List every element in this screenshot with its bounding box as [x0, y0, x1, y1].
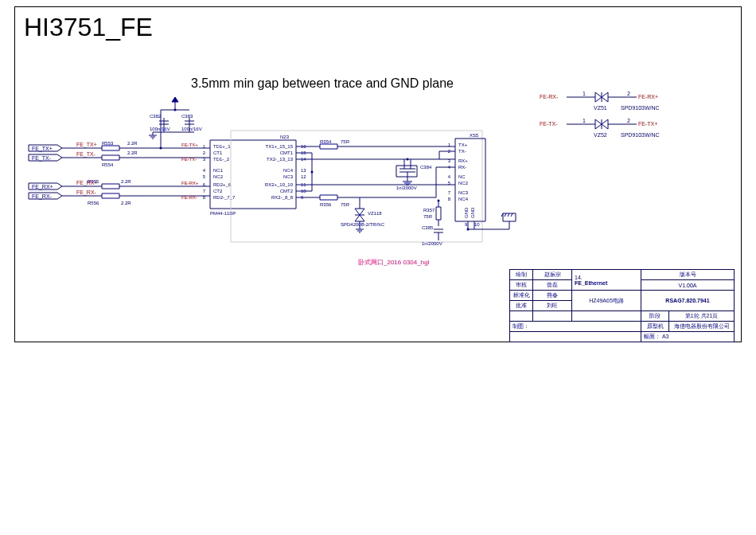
xs5-p2: TX-: [458, 149, 466, 154]
svg-text:9: 9: [465, 222, 468, 227]
svg-text:2: 2: [203, 150, 206, 155]
tb-r4a: 批准: [510, 301, 533, 311]
r554-val: 2.2R: [127, 150, 138, 155]
svg-marker-114: [602, 92, 608, 102]
n23-p10: CMT2: [280, 189, 294, 193]
svg-marker-119: [602, 119, 608, 129]
svg-marker-63: [355, 209, 364, 215]
tb-model: HZ49A65电路: [572, 291, 641, 311]
n23-p12: NC3: [283, 174, 294, 179]
n23-ref: N23: [280, 135, 290, 139]
svg-rect-70: [396, 166, 417, 177]
n23-p3: TD1-_2: [213, 157, 230, 162]
xs5-p1: TX+: [458, 143, 468, 147]
svg-rect-10: [102, 184, 119, 189]
xs5-p6: NC2: [458, 181, 469, 185]
r356-val: 75R: [341, 202, 350, 207]
tb-stage: 阶段: [641, 311, 669, 322]
svg-text:8: 8: [448, 197, 451, 201]
n23-p5: NC2: [213, 174, 224, 179]
c382-ref: C382: [150, 114, 162, 119]
vz52-ref: VZ52: [594, 132, 607, 138]
svg-rect-8: [102, 146, 119, 150]
svg-text:4: 4: [448, 174, 451, 179]
netlabel-ferx-minus: FE-RX-: [181, 195, 197, 200]
vz52-part: SPD9103W/NC: [621, 132, 660, 138]
netlabel-fetx-minus: FE-TX-: [181, 157, 197, 162]
c383-ref: C383: [181, 114, 193, 119]
svg-text:13: 13: [301, 168, 306, 173]
svg-rect-60: [320, 195, 337, 200]
xs5-ref: XS5: [470, 133, 479, 138]
tb-ver-label: 版本号: [641, 270, 735, 280]
schematic-canvas: FE_TX+ FE_TX- FE_RX+ FE_RX- FE_TX+ FE_TX…: [25, 89, 742, 256]
n23-p4: NC1: [213, 168, 224, 173]
r556-ref: R556: [88, 201, 99, 205]
tb-r3b: 燕春: [533, 291, 572, 301]
r555-ref: R555: [88, 179, 99, 184]
r556-val: 2.2R: [121, 201, 131, 205]
netlabel-fetx-plus: FE-TX+: [181, 143, 198, 147]
n23-p1: TD1+_1: [213, 144, 231, 149]
svg-marker-118: [595, 119, 602, 129]
svg-point-129: [407, 158, 409, 161]
svg-text:GND: GND: [470, 207, 475, 218]
tb-company: 海信电器股份有限公司: [669, 322, 735, 332]
svg-rect-9: [102, 155, 119, 160]
vz118-part: SPD4200B-2/TR/NC: [341, 222, 385, 227]
net-fe-tx-minus: FE_TX-: [76, 151, 96, 158]
svg-marker-19: [172, 97, 178, 102]
svg-text:4: 4: [203, 168, 206, 173]
c385-ref: C385: [422, 225, 434, 230]
net-fe-rx-minus: FE_RX-: [76, 189, 97, 196]
svg-text:10: 10: [474, 222, 480, 227]
svg-rect-11: [102, 193, 119, 198]
port-fe-tx-minus: FE_TX-: [32, 155, 52, 162]
svg-point-128: [311, 171, 314, 174]
tb-r4b: 刘旺: [533, 301, 572, 311]
port-fe-rx-plus: FE_RX+: [32, 184, 53, 190]
n23-p16: TX1+_15_15: [265, 144, 293, 149]
r356-ref: R356: [320, 202, 332, 207]
svg-point-126: [160, 147, 162, 150]
svg-point-131: [467, 228, 470, 231]
r357-val: 75R: [423, 214, 433, 219]
svg-line-105: [511, 213, 512, 217]
tvs2-net-a: FE-TX-: [540, 121, 558, 127]
r354-ref: R354: [320, 139, 332, 144]
r354-val: 75R: [341, 139, 350, 144]
r553-val: 2.2R: [127, 141, 138, 146]
tb-r1a: 绘制: [510, 270, 533, 280]
r357-ref: R357: [423, 208, 435, 213]
xs5-p5: NC: [458, 174, 466, 179]
c382-val: 100n/16V: [150, 127, 170, 131]
xs5-p4: RX-: [458, 165, 466, 170]
n23-p7: CT2: [213, 189, 223, 193]
svg-text:5: 5: [203, 174, 206, 179]
n23-p2: CT1: [213, 150, 223, 155]
svg-text:2: 2: [627, 91, 630, 96]
revision-note: 卧式网口_2016 0304_hgl: [358, 258, 429, 267]
tvs1-net-b: FE-RX+: [638, 94, 658, 100]
svg-text:7: 7: [203, 189, 206, 193]
c383-val: 100n/16V: [181, 127, 202, 131]
svg-text:2: 2: [627, 118, 630, 123]
c385-val: 1n/2000V: [422, 241, 442, 246]
svg-marker-113: [595, 92, 602, 102]
page-title: HI3751_FE: [24, 13, 153, 42]
n23-p13: NC4: [283, 168, 294, 173]
n23-p15: CMT1: [280, 150, 294, 155]
tb-ver: V1.00A: [641, 280, 735, 291]
svg-rect-101: [503, 213, 516, 221]
vz51-part: SPD9103W/NC: [621, 105, 660, 111]
svg-rect-106: [436, 207, 441, 220]
n23-p6: RD2+_6: [213, 182, 232, 187]
svg-text:GND: GND: [464, 207, 469, 218]
netlabel-ferx-plus: FE-RX+: [181, 181, 199, 185]
n23-p14: TX2-_13_13: [267, 157, 294, 162]
svg-rect-58: [320, 144, 337, 149]
svg-text:1: 1: [583, 118, 586, 123]
svg-text:1: 1: [583, 91, 586, 96]
xs5-p7: NC3: [458, 190, 469, 195]
vz51-ref: VZ51: [594, 105, 607, 111]
